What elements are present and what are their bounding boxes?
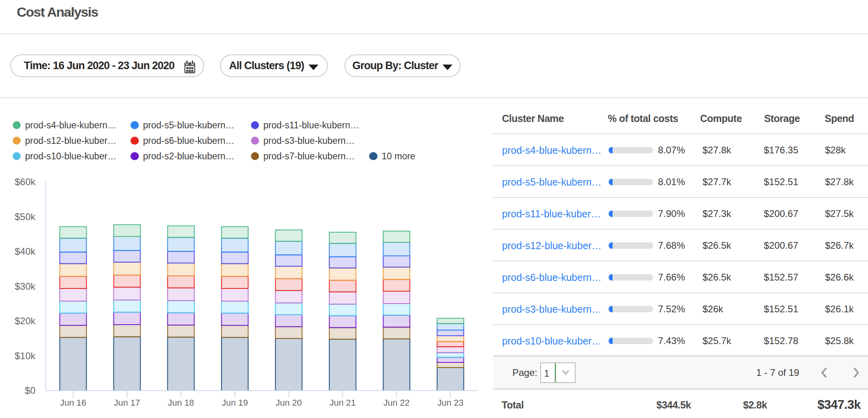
svg-text:Jun 16: Jun 16: [60, 398, 86, 408]
svg-text:Jun 23: Jun 23: [437, 398, 463, 408]
svg-text:$40k: $40k: [15, 246, 36, 257]
svg-text:$0: $0: [25, 385, 35, 396]
svg-text:Jun 21: Jun 21: [329, 398, 356, 408]
svg-text:$60k: $60k: [15, 176, 36, 187]
svg-text:$30k: $30k: [15, 281, 36, 292]
svg-text:$20k: $20k: [15, 315, 36, 326]
svg-text:Jun 18: Jun 18: [168, 398, 194, 408]
svg-text:Jun 17: Jun 17: [114, 398, 140, 408]
svg-text:Jun 20: Jun 20: [276, 398, 302, 408]
svg-text:Jun 22: Jun 22: [383, 398, 410, 408]
svg-text:$50k: $50k: [15, 211, 36, 222]
svg-text:$10k: $10k: [15, 350, 36, 361]
svg-text:Jun 19: Jun 19: [222, 398, 248, 408]
